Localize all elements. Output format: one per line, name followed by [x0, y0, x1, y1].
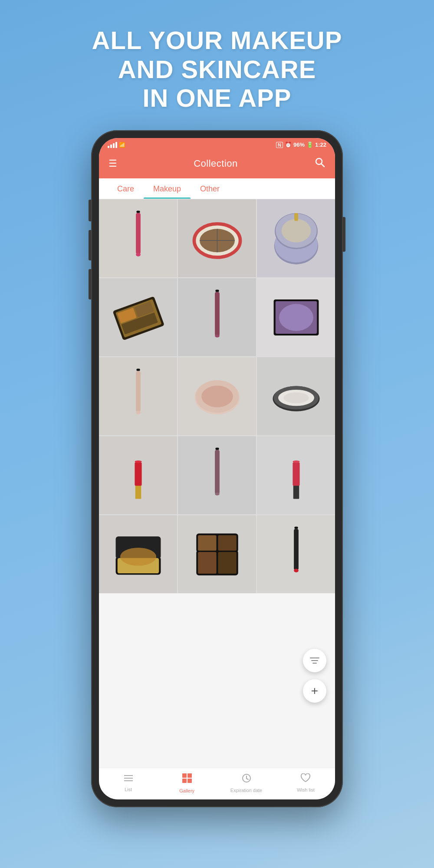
- alarm-icon: ⏰: [285, 141, 292, 148]
- product-cell-1[interactable]: [99, 199, 177, 277]
- svg-rect-38: [135, 462, 141, 486]
- wifi-icon: 📶: [119, 142, 125, 148]
- hero-line3: IN ONE APP: [92, 84, 342, 113]
- svg-point-26: [279, 304, 313, 331]
- svg-point-49: [120, 547, 156, 566]
- svg-rect-65: [182, 773, 187, 778]
- svg-rect-40: [215, 447, 219, 450]
- app-title: Collection: [194, 158, 238, 169]
- hero-line1: ALL YOUR MAKEUP: [92, 26, 342, 55]
- product-cell-3[interactable]: [257, 199, 335, 277]
- svg-rect-66: [187, 773, 192, 778]
- svg-point-39: [135, 460, 141, 463]
- status-bar: 📶 N ⏰ 96% 🔋 1:22: [99, 138, 335, 151]
- clock-icon: [241, 773, 252, 786]
- tab-other[interactable]: Other: [191, 178, 229, 199]
- battery-icon: 🔋: [306, 141, 313, 148]
- product-cell-8[interactable]: [178, 357, 256, 435]
- svg-rect-68: [187, 779, 192, 783]
- svg-rect-55: [218, 552, 236, 573]
- nav-list[interactable]: List: [113, 774, 144, 792]
- svg-rect-54: [198, 552, 216, 573]
- product-cell-6[interactable]: [257, 278, 335, 356]
- svg-point-42: [215, 492, 220, 495]
- tab-care[interactable]: Care: [108, 178, 144, 199]
- battery-text: 96%: [293, 141, 305, 148]
- svg-rect-53: [218, 535, 236, 551]
- svg-rect-3: [136, 213, 141, 254]
- svg-line-1: [321, 164, 324, 167]
- svg-rect-67: [182, 779, 187, 783]
- product-cell-12[interactable]: [257, 436, 335, 514]
- svg-point-29: [136, 411, 141, 414]
- svg-point-14: [281, 219, 311, 242]
- product-grid: [99, 199, 335, 593]
- phone-screen: 📶 N ⏰ 96% 🔋 1:22 ☰ Collection: [99, 138, 335, 799]
- nfc-indicator: N: [276, 142, 283, 148]
- heart-icon: [300, 773, 311, 786]
- svg-rect-27: [136, 368, 140, 371]
- product-cell-7[interactable]: [99, 357, 177, 435]
- filter-fab-button[interactable]: [303, 649, 326, 672]
- svg-rect-44: [293, 462, 299, 486]
- svg-point-32: [201, 385, 233, 407]
- product-cell-13[interactable]: [99, 515, 177, 593]
- product-cell-5[interactable]: [178, 278, 256, 356]
- svg-rect-22: [215, 292, 220, 335]
- product-cell-14[interactable]: [178, 515, 256, 593]
- gallery-icon: [181, 773, 193, 786]
- phone-camera-button: [89, 269, 91, 299]
- status-left: 📶: [108, 142, 125, 148]
- search-icon[interactable]: [314, 157, 326, 171]
- svg-point-4: [136, 253, 141, 256]
- time-display: 1:22: [315, 141, 326, 148]
- phone-mockup: 📶 N ⏰ 96% 🔋 1:22 ☰ Collection: [91, 130, 343, 807]
- svg-rect-52: [198, 535, 216, 551]
- svg-rect-57: [294, 529, 299, 570]
- tab-bar: Care Makeup Other: [99, 178, 335, 199]
- svg-point-36: [283, 392, 309, 403]
- svg-point-23: [215, 334, 220, 337]
- phone-volume-down-button: [89, 230, 91, 260]
- svg-rect-56: [294, 526, 298, 529]
- nav-wishlist[interactable]: Wish list: [290, 773, 321, 792]
- add-fab-button[interactable]: +: [303, 679, 326, 703]
- product-cell-15[interactable]: [257, 515, 335, 593]
- status-right: N ⏰ 96% 🔋 1:22: [276, 141, 326, 148]
- bottom-nav: List Gallery: [99, 768, 335, 799]
- product-cell-4[interactable]: [99, 278, 177, 356]
- product-cell-2[interactable]: [178, 199, 256, 277]
- list-icon: [123, 774, 134, 785]
- app-header: ☰ Collection: [99, 151, 335, 178]
- product-cell-9[interactable]: [257, 357, 335, 435]
- hero-line2: AND SKINCARE: [92, 55, 342, 84]
- svg-rect-43: [293, 484, 299, 499]
- svg-rect-37: [135, 484, 141, 499]
- svg-point-45: [293, 460, 299, 463]
- svg-rect-28: [136, 371, 141, 412]
- menu-icon[interactable]: ☰: [108, 158, 117, 169]
- product-grid-wrapper: +: [99, 199, 335, 768]
- signal-icon: [108, 142, 117, 148]
- svg-rect-2: [136, 210, 140, 213]
- phone-volume-up-button: [89, 200, 91, 221]
- svg-rect-41: [215, 450, 220, 493]
- phone-power-button: [343, 217, 345, 252]
- svg-rect-15: [294, 213, 298, 221]
- svg-line-71: [247, 779, 248, 779]
- svg-rect-21: [215, 289, 219, 292]
- hero-text: ALL YOUR MAKEUP AND SKINCARE IN ONE APP: [66, 0, 368, 130]
- tab-makeup[interactable]: Makeup: [144, 178, 191, 199]
- nav-gallery[interactable]: Gallery: [172, 773, 202, 793]
- nav-expiration[interactable]: Expiration date: [230, 773, 262, 793]
- svg-point-58: [294, 569, 299, 572]
- product-cell-10[interactable]: [99, 436, 177, 514]
- product-cell-11[interactable]: [178, 436, 256, 514]
